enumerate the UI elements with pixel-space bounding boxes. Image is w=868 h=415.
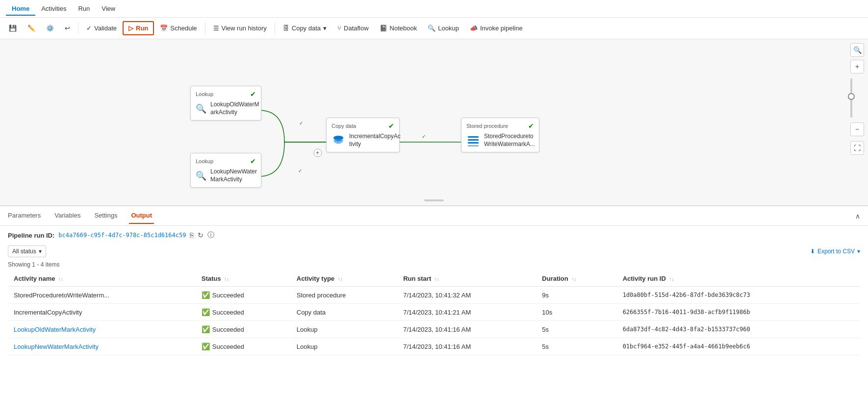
bottom-panel: Parameters Variables Settings Output ∧ P…: [0, 206, 868, 415]
copy-data-icon: 🗄: [283, 24, 289, 32]
tab-parameters[interactable]: Parameters: [6, 208, 43, 224]
status-filter-dropdown[interactable]: All status ▾: [8, 245, 46, 257]
lookup2-success-icon: ✔: [250, 157, 256, 165]
search-canvas-button[interactable]: 🔍: [850, 43, 864, 57]
copy-data-button[interactable]: 🗄 Copy data ▾: [278, 22, 332, 34]
tab-variables[interactable]: Variables: [52, 208, 82, 224]
filter-bar: All status ▾ ⬇ Export to CSV ▾: [8, 245, 860, 257]
dataflow-label: Dataflow: [344, 24, 369, 32]
zoom-thumb[interactable]: [848, 93, 855, 100]
tab-output[interactable]: Output: [129, 208, 154, 224]
lookup-new-watermark-node[interactable]: Lookup ✔ 🔍 LookupNewWaterMarkActivity: [190, 153, 261, 188]
copy-id-icon[interactable]: ⎘: [190, 231, 194, 239]
notebook-button[interactable]: 📓 Notebook: [375, 22, 422, 34]
export-label: Export to CSV: [817, 248, 855, 255]
status-badge-3: ✅ Succeeded: [202, 342, 285, 350]
sort-status-icon[interactable]: ↑↓: [224, 276, 229, 282]
pipeline-run-id-label: Pipeline run ID:: [8, 232, 54, 239]
table-row: LookupOldWaterMarkActivity ✅ Succeeded L…: [8, 321, 860, 338]
notebook-icon: 📓: [380, 24, 387, 32]
copy-data-label: Copy data: [292, 24, 321, 32]
cell-run-start-3: 7/14/2023, 10:41:16 AM: [397, 338, 536, 355]
top-nav: Home Activities Run View: [0, 0, 868, 18]
cell-duration-1: 10s: [536, 304, 616, 321]
node-body-lookup1: 🔍 LookupOldWaterMarkActivity: [196, 101, 256, 116]
node-body-storedproc: StoredProceduretoWriteWatermarkA...: [466, 133, 534, 148]
svg-rect-7: [468, 139, 479, 141]
svg-text:✓: ✓: [299, 121, 303, 126]
sort-activity-type-icon[interactable]: ↑↓: [338, 276, 343, 282]
cell-status-0: ✅ Succeeded: [196, 287, 291, 304]
col-activity-name: Activity name ↑↓: [8, 271, 196, 287]
validate-button[interactable]: ✓ Validate: [81, 22, 122, 34]
zoom-out-button[interactable]: －: [850, 122, 864, 136]
cell-duration-3: 5s: [536, 338, 616, 355]
svg-text:+: +: [316, 149, 319, 156]
invoke-pipeline-button[interactable]: 📣 Invoke pipeline: [465, 22, 528, 34]
storedproc-title: StoredProceduretoWriteWatermarkA...: [484, 133, 535, 148]
export-chevron-icon: ▾: [857, 248, 860, 255]
cell-activity-name-2[interactable]: LookupOldWaterMarkActivity: [8, 321, 196, 338]
table-row: StoredProceduretoWriteWaterm... ✅ Succee…: [8, 287, 860, 304]
undo-button[interactable]: ↩: [60, 22, 75, 34]
save-button[interactable]: 💾: [4, 22, 22, 34]
view-run-history-button[interactable]: ☰ View run history: [208, 22, 272, 34]
settings-button[interactable]: ⚙️: [41, 22, 59, 34]
showing-count: Showing 1 - 4 items: [8, 261, 860, 268]
panel-tabs-left: Parameters Variables Settings Output: [6, 208, 154, 224]
copydata-title: IncrementalCopyActivity: [349, 133, 401, 148]
cell-run-start-2: 7/14/2023, 10:41:16 AM: [397, 321, 536, 338]
edit-button[interactable]: ✏️: [23, 22, 40, 34]
cell-status-1: ✅ Succeeded: [196, 304, 291, 321]
success-icon-2: ✅: [202, 325, 210, 333]
refresh-icon[interactable]: ↻: [198, 231, 204, 239]
nav-activities[interactable]: Activities: [35, 2, 72, 15]
sort-run-start-icon[interactable]: ↑↓: [434, 276, 439, 282]
sort-activity-run-id-icon[interactable]: ↑↓: [669, 276, 674, 282]
lookup-old-watermark-node[interactable]: Lookup ✔ 🔍 LookupOldWaterMarkActivity: [190, 86, 261, 121]
success-icon-3: ✅: [202, 342, 210, 350]
col-run-start: Run start ↑↓: [397, 271, 536, 287]
separator-2: [205, 23, 205, 34]
activity-runs-table: Activity name ↑↓ Status ↑↓ Activity type…: [8, 271, 860, 355]
cell-activity-type-0: Stored procedure: [291, 287, 397, 304]
output-panel-content: Pipeline run ID: bc4a7669-c95f-4d7c-978c…: [0, 226, 868, 415]
dataflow-button[interactable]: ⑂ Dataflow: [332, 22, 374, 34]
activity-name-link-2[interactable]: LookupOldWaterMarkActivity: [14, 326, 96, 333]
validate-label: Validate: [94, 24, 117, 32]
cell-activity-name-3[interactable]: LookupNewWaterMarkActivity: [8, 338, 196, 355]
stored-procedure-node[interactable]: Stored procedure ✔ StoredProceduretoWrit…: [461, 118, 539, 152]
schedule-button[interactable]: 📅 Schedule: [155, 22, 202, 34]
svg-text:✓: ✓: [422, 134, 426, 139]
success-icon-0: ✅: [202, 291, 210, 299]
col-activity-run-id: Activity run ID ↑↓: [617, 271, 860, 287]
run-button[interactable]: ▷ Run: [123, 21, 154, 35]
zoom-in-button[interactable]: ＋: [850, 60, 864, 73]
sort-duration-icon[interactable]: ↑↓: [571, 276, 576, 282]
tab-settings[interactable]: Settings: [92, 208, 119, 224]
cell-duration-2: 5s: [536, 321, 616, 338]
cell-activity-type-3: Lookup: [291, 338, 397, 355]
node-body-lookup2: 🔍 LookupNewWaterMarkActivity: [196, 168, 256, 183]
lookup-button[interactable]: 🔍 Lookup: [423, 22, 464, 34]
collapse-panel-button[interactable]: ∧: [853, 210, 862, 222]
activity-name-link-3[interactable]: LookupNewWaterMarkActivity: [14, 343, 99, 350]
status-text-1: Succeeded: [212, 309, 244, 316]
dataflow-icon: ⑂: [337, 24, 341, 32]
separator-3: [275, 23, 275, 34]
schedule-icon: 📅: [160, 24, 168, 32]
nav-home[interactable]: Home: [6, 2, 35, 15]
canvas-controls: 🔍 ＋ － ⛶: [850, 43, 864, 155]
cell-activity-type-1: Copy data: [291, 304, 397, 321]
copy-data-chevron-icon: ▾: [323, 24, 327, 32]
fit-to-screen-button[interactable]: ⛶: [850, 141, 864, 155]
save-icon: 💾: [9, 24, 17, 32]
table-row: IncrementalCopyActivity ✅ Succeeded Copy…: [8, 304, 860, 321]
nav-run[interactable]: Run: [72, 2, 96, 15]
copy-data-node[interactable]: Copy data ✔ IncrementalCopyActivity: [326, 118, 400, 152]
sort-activity-name-icon[interactable]: ↑↓: [58, 276, 63, 282]
lookup2-icon: 🔍: [196, 169, 206, 183]
info-icon[interactable]: ⓘ: [207, 231, 214, 240]
export-csv-button[interactable]: ⬇ Export to CSV ▾: [810, 248, 860, 255]
nav-view[interactable]: View: [96, 2, 121, 15]
